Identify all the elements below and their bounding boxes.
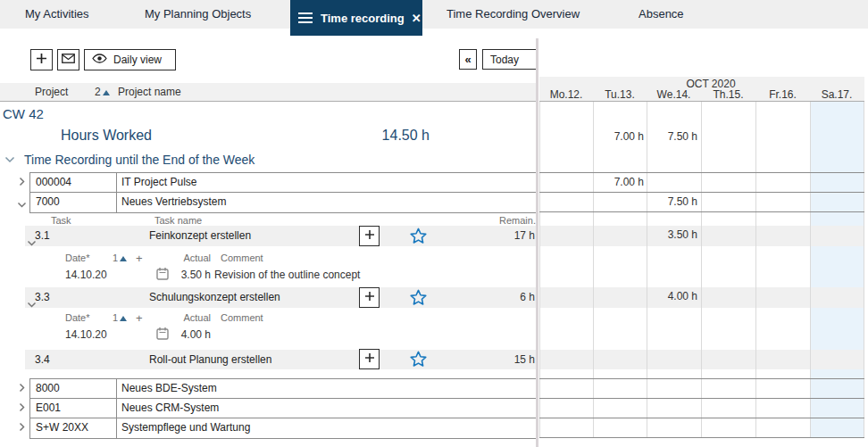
tab-absence[interactable]: Absence — [638, 0, 684, 29]
sort-indicator-date[interactable]: 1 — [113, 252, 127, 263]
table-row[interactable]: 000004 IT Project Pulse — [30, 173, 536, 193]
expander-project-sw20xx[interactable] — [19, 422, 25, 435]
sort-order-number: 1 — [113, 312, 118, 323]
sort-order-number: 1 — [113, 252, 118, 263]
column-header-remain[interactable]: Remain. — [482, 215, 536, 226]
table-row[interactable]: S+W 20XX Systempflege und Wartung — [30, 418, 536, 438]
task-row-3-3[interactable]: 3.3 Schulungskonzept erstellen 6 h — [25, 287, 537, 308]
column-header-actual[interactable]: Actual — [175, 252, 211, 263]
add-entry-row-button[interactable]: + — [136, 252, 143, 265]
grid-line — [701, 102, 702, 438]
sort-indicator-project[interactable]: 2 — [95, 86, 110, 98]
entry-comment[interactable]: Revision of the outline concept — [214, 269, 360, 281]
plus-icon — [364, 229, 375, 243]
table-row[interactable]: 7000 Neues Vertriebsystem — [30, 193, 536, 212]
today-button[interactable]: Today — [482, 49, 537, 70]
task-name: Schulungskonzept erstellen — [149, 287, 280, 308]
daily-view-label: Daily view — [113, 54, 162, 66]
expander-project-000004[interactable] — [19, 177, 25, 189]
expander-project-e001[interactable] — [19, 402, 25, 415]
day-header-mo: Mo.12. — [539, 88, 593, 101]
column-header-comment[interactable]: Comment — [221, 252, 263, 263]
plus-icon — [36, 53, 47, 67]
project-name: Neues Vertriebsystem — [117, 193, 536, 212]
favorite-star-icon[interactable] — [410, 351, 427, 369]
menu-icon[interactable] — [298, 10, 313, 26]
task-id: 3.1 — [35, 226, 50, 246]
entry-date[interactable]: 14.10.20 — [65, 269, 107, 281]
panel-splitter[interactable] — [536, 38, 538, 447]
task-row-grid-band — [539, 226, 864, 246]
tab-time-recording-overview[interactable]: Time Recording Overview — [447, 0, 580, 29]
table-row[interactable]: E001 Neues CRM-System — [30, 399, 536, 418]
favorite-star-icon[interactable] — [410, 228, 427, 246]
weekend-column — [810, 102, 864, 438]
mail-button[interactable] — [57, 49, 79, 70]
tab-my-activities[interactable]: My Activities — [25, 0, 89, 29]
project-name: Systempflege und Wartung — [117, 418, 536, 438]
task-row-3-1[interactable]: 3.1 Feinkonzept erstellen 17 h — [25, 226, 537, 246]
tab-time-recording[interactable]: Time recording ✕ — [290, 0, 422, 36]
day-header-sa: Sa.17. — [810, 88, 864, 101]
previous-week-button[interactable]: « — [459, 49, 477, 70]
task-row-grid-band — [539, 287, 864, 308]
entry-actual[interactable]: 4.00 h — [166, 328, 211, 341]
add-entry-button[interactable] — [359, 349, 380, 369]
grid-line — [647, 102, 647, 438]
week-group-label: CW 42 — [3, 106, 44, 121]
hours-worked-total: 14.50 h — [357, 128, 430, 144]
sort-order-number: 2 — [95, 86, 101, 98]
task-day-value: 4.00 h — [647, 290, 697, 302]
add-button[interactable] — [30, 49, 53, 70]
table-row[interactable]: 8000 Neues BDE-System — [30, 379, 536, 399]
column-header-comment[interactable]: Comment — [221, 312, 263, 323]
chevron-down-icon — [4, 153, 15, 166]
grid-row-border — [539, 378, 864, 379]
grid-row-border — [539, 172, 864, 173]
column-header-date[interactable]: Date* — [65, 252, 90, 263]
tab-my-planning-objects[interactable]: My Planning Objects — [145, 0, 251, 29]
task-id: 3.3 — [35, 287, 50, 308]
add-entry-button[interactable] — [359, 226, 380, 246]
column-header-task-name[interactable]: Task name — [154, 215, 202, 226]
day-header-we: We.14. — [647, 88, 701, 101]
column-header-project[interactable]: Project — [35, 86, 68, 98]
task-day-value: 3.50 h — [647, 228, 697, 241]
close-icon[interactable]: ✕ — [412, 12, 421, 25]
active-tab-label: Time recording — [321, 12, 405, 25]
section-expander[interactable] — [4, 153, 15, 166]
project-code: 8000 — [30, 379, 117, 398]
add-entry-row-button[interactable]: + — [136, 311, 143, 325]
grid-line — [810, 102, 811, 438]
grid-row-border — [539, 418, 864, 418]
entry-actual[interactable]: 3.50 h — [166, 269, 211, 281]
entry-date[interactable]: 14.10.20 — [65, 328, 107, 341]
chevron-down-icon — [17, 198, 27, 211]
project-name: Neues BDE-System — [117, 379, 536, 398]
project-code: 7000 — [30, 193, 117, 212]
envelope-icon — [62, 54, 75, 66]
task-remain: 15 h — [481, 350, 535, 369]
column-header-actual[interactable]: Actual — [175, 312, 211, 323]
favorite-star-icon[interactable] — [410, 289, 427, 308]
column-header-task[interactable]: Task — [51, 215, 71, 226]
project-code: 000004 — [30, 173, 117, 192]
expander-project-8000[interactable] — [19, 383, 25, 395]
column-header-date[interactable]: Date* — [65, 312, 90, 323]
hours-worked-label: Hours Worked — [61, 128, 152, 144]
grid-row-border — [539, 398, 864, 399]
day-header-fr: Fr.16. — [755, 88, 810, 101]
daily-view-button[interactable]: Daily view — [84, 49, 176, 70]
add-entry-button[interactable] — [359, 287, 380, 308]
sort-indicator-date[interactable]: 1 — [113, 312, 127, 323]
chevron-right-icon — [19, 422, 25, 435]
grid-line — [539, 102, 540, 438]
triangle-up-icon — [103, 90, 110, 95]
section-label: Time Recording until the End of the Week — [24, 153, 255, 167]
project-code: E001 — [30, 399, 117, 418]
expander-project-7000[interactable] — [17, 198, 27, 211]
task-row-3-4[interactable]: 3.4 Roll-out Planung erstellen 15 h — [25, 350, 537, 369]
day-total-tu: 7.00 h — [593, 130, 644, 143]
today-label: Today — [490, 54, 519, 66]
column-header-project-name[interactable]: Project name — [118, 86, 181, 98]
